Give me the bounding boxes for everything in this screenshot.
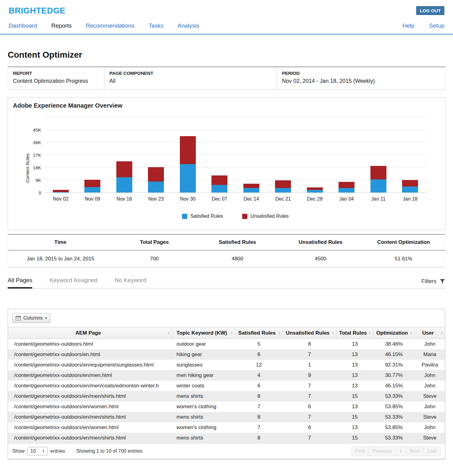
table-header-row: AEM Page▲▼Topic Keyword (KW)▲▼Satisfied …: [8, 327, 445, 339]
tab-no-keyword[interactable]: No Keyword: [115, 277, 147, 289]
cell-topic-keyword-kw: outdoor gear: [172, 339, 235, 349]
page-tabs: All PagesKeyword AssignedNo Keyword: [8, 277, 146, 288]
x-tick-label: Dec 28: [299, 196, 331, 202]
x-tick-label: Dec 14: [235, 196, 267, 202]
summary-header-row: TimeTotal PagesSatisfied RulesUnsatisfie…: [8, 234, 445, 250]
nav-analysis[interactable]: Analysis: [177, 22, 199, 29]
summary-header-unsatisfied-rules: Unsatisfied Rules: [279, 234, 362, 250]
column-header-satisfied-rules[interactable]: Satisfied Rules▲▼: [235, 327, 283, 339]
cell-optimization: 30.77%: [373, 370, 415, 381]
y-tick-label: 36K: [28, 140, 41, 145]
report-label: REPORT: [13, 71, 99, 76]
unsatisfied-rules-segment: [243, 184, 259, 188]
satisfied-rules-segment: [53, 192, 69, 193]
column-header-topic-keyword-kw[interactable]: Topic Keyword (KW)▲▼: [172, 327, 235, 339]
column-header-optimization[interactable]: Optimization▲▼: [373, 327, 415, 339]
satisfied-rules-segment: [180, 164, 196, 193]
bar-jan-11: [370, 166, 386, 193]
column-header-user[interactable]: User▲▼: [415, 327, 445, 339]
nav-setup[interactable]: Setup: [429, 22, 444, 29]
legend-satisfied-rules: Satisfied Rules: [182, 213, 223, 219]
nav-tasks[interactable]: Tasks: [149, 22, 164, 29]
nav-reports[interactable]: Reports: [51, 22, 72, 29]
chart-panel: Adobe Experience Manager Overview Conten…: [8, 97, 445, 230]
page-title: Content Optimizer: [8, 50, 445, 60]
cell-user: Pavitra: [415, 360, 445, 370]
cell-optimization: 53.33%: [373, 391, 415, 401]
bar-slot: [140, 167, 172, 193]
page-first[interactable]: First: [351, 446, 369, 456]
cell-user: John: [415, 381, 445, 391]
page-1[interactable]: 1: [395, 446, 406, 456]
cell-optimization: 46.15%: [373, 349, 415, 360]
nav-dashboard[interactable]: Dashboard: [9, 22, 37, 29]
unsatisfied-rules-segment: [148, 167, 164, 182]
cell-total-rules: 13: [336, 401, 373, 412]
page-last[interactable]: Last: [424, 446, 441, 456]
unsatisfied-rules-segment: [275, 180, 291, 188]
cell-satisfied-rules: 12: [235, 360, 283, 370]
filters-button[interactable]: Filters: [421, 278, 445, 288]
bar-nov-30: [180, 136, 196, 193]
y-tick-label: 18K: [28, 165, 41, 170]
brightedge-logo: BRIGHTEDGE: [9, 6, 65, 16]
cell-total-rules: 13: [336, 339, 373, 349]
summary-value-content-optimization: 51.61%: [362, 250, 445, 267]
sort-arrows-icon: ▲▼: [369, 331, 371, 335]
x-tick-label: Jan 04: [331, 196, 363, 202]
chart-area: Content Rules 09K18K27K36K45K Nov 02Nov …: [45, 117, 426, 219]
unsatisfied-rules-segment: [339, 182, 354, 188]
spinner-arrows-icon: ▲ ▼: [42, 449, 45, 453]
column-header-label: Optimization: [376, 330, 408, 336]
logout-button[interactable]: LOG OUT: [416, 6, 444, 15]
report-info-bar: REPORT Content Optimization Progress PAG…: [8, 67, 445, 90]
cell-aem-page: /content/geometrixx-outdoors/en/women.ht…: [8, 422, 172, 433]
caret-down-icon: ▾: [45, 316, 47, 320]
cell-satisfied-rules: 8: [235, 391, 283, 401]
table-row: /content/geometrixx-outdoors/en/equipmen…: [8, 360, 445, 370]
column-header-unsatisfied-rules[interactable]: Unsatisfied Rules▲▼: [283, 327, 336, 339]
sort-arrows-icon: ▲▼: [231, 331, 233, 335]
cell-topic-keyword-kw: winter coats: [172, 381, 235, 391]
summary-header-content-optimization: Content Optimization: [362, 234, 445, 250]
summary-value-satisfied-rules: 4800: [196, 250, 279, 267]
page-previous[interactable]: Previous: [369, 446, 396, 456]
sort-down-icon: ▼: [332, 333, 334, 335]
sort-down-icon: ▼: [410, 333, 412, 335]
page-size-select[interactable]: 10 ▲ ▼: [27, 447, 48, 455]
sort-arrows-icon: ▲▼: [410, 331, 412, 335]
table-row: /content/geometrixx-outdoors/en/men/shir…: [8, 433, 445, 443]
period-label: PERIOD: [282, 71, 440, 76]
nav-help[interactable]: Help: [402, 22, 414, 29]
columns-button[interactable]: Columns ▾: [12, 313, 50, 323]
cell-optimization: 38.46%: [373, 339, 415, 349]
pagination: FirstPrevious1NextLast: [351, 446, 441, 456]
column-header-total-rules[interactable]: Total Rules▲▼: [336, 327, 373, 339]
summary-value-time: Jan 18, 2015 to Jan 24, 2015: [8, 250, 113, 267]
column-header-aem-page[interactable]: AEM Page▲▼: [8, 327, 172, 339]
page-component-label: PAGE COMPONENT: [109, 71, 272, 76]
bar-jan-18: [402, 180, 418, 193]
tab-all-pages[interactable]: All Pages: [8, 277, 32, 289]
down-arrow-icon: ▼: [42, 451, 45, 453]
tab-keyword-assigned[interactable]: Keyword Assigned: [49, 277, 97, 289]
bar-slot: [299, 187, 331, 193]
summary-header-satisfied-rules: Satisfied Rules: [196, 234, 279, 250]
satisfied-rules-segment: [211, 185, 227, 193]
cell-total-rules: 13: [336, 381, 373, 391]
cell-topic-keyword-kw: hiking gear: [172, 349, 235, 360]
show-label: Show: [12, 448, 25, 454]
satisfied-rules-segment: [307, 190, 323, 193]
summary-header-total-pages: Total Pages: [113, 234, 196, 250]
table-grid-icon: [16, 316, 21, 321]
cell-optimization: 53.85%: [373, 401, 415, 412]
nav-right-group: HelpSetup: [402, 22, 444, 29]
sort-arrows-icon: ▲▼: [168, 331, 170, 335]
legend-swatch: [182, 214, 187, 219]
nav-recommendations[interactable]: Recommendations: [86, 22, 134, 29]
cell-topic-keyword-kw: men hiking gear: [172, 370, 235, 381]
cell-user: John: [415, 339, 445, 349]
cell-user: John: [415, 370, 445, 381]
satisfied-rules-segment: [370, 179, 386, 193]
page-next[interactable]: Next: [406, 446, 424, 456]
